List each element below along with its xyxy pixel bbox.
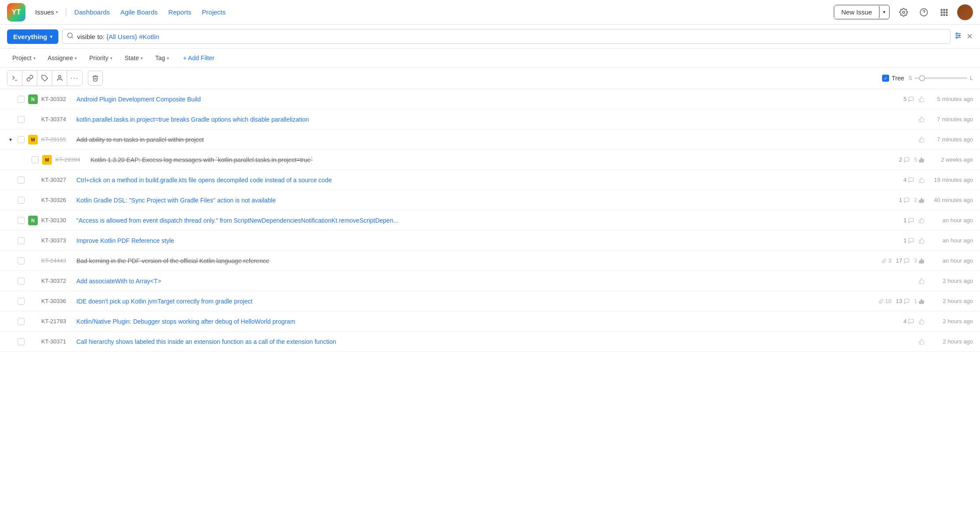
thumbs-up[interactable] bbox=[919, 137, 925, 143]
issue-checkbox[interactable] bbox=[18, 197, 25, 204]
issue-title[interactable]: Add ability to run tasks in parallel wit… bbox=[76, 136, 915, 143]
issue-checkbox[interactable] bbox=[18, 116, 25, 123]
link-tool-button[interactable] bbox=[22, 71, 37, 86]
issue-title[interactable]: Kotlin/Native Plugin: Debugger stops wor… bbox=[76, 318, 900, 325]
command-tool-button[interactable] bbox=[7, 71, 22, 86]
issue-time: 40 minutes ago bbox=[929, 197, 973, 203]
new-issue-button[interactable]: New Issue ▾ bbox=[834, 5, 890, 19]
filter-assignee[interactable]: Assignee ▾ bbox=[43, 52, 83, 64]
table-row[interactable]: KT-30373Improve Kotlin PDF Reference sty… bbox=[0, 231, 980, 251]
issue-title[interactable]: "Access is allowed from event dispatch t… bbox=[76, 217, 900, 224]
nav-item-issues[interactable]: Issues ▾ bbox=[31, 6, 62, 18]
nav-item-dashboards[interactable]: Dashboards bbox=[70, 6, 114, 18]
issue-checkbox[interactable] bbox=[18, 257, 25, 264]
search-clear-icon[interactable]: ✕ bbox=[966, 32, 973, 41]
size-slider: S L bbox=[908, 75, 973, 81]
issue-title[interactable]: Kotlin Gradle DSL: "Sync Project with Gr… bbox=[76, 197, 896, 204]
issue-title[interactable]: Improve Kotlin PDF Reference style bbox=[76, 237, 900, 244]
everything-button[interactable]: Everything ▾ bbox=[7, 29, 58, 44]
collapse-button[interactable] bbox=[7, 257, 14, 264]
table-row[interactable]: NKT-30130"Access is allowed from event d… bbox=[0, 210, 980, 231]
collapse-button[interactable] bbox=[7, 96, 14, 103]
nav-item-agile[interactable]: Agile Boards bbox=[116, 6, 162, 18]
issue-title[interactable]: kotlin.parallel.tasks.in.project=true br… bbox=[76, 116, 915, 123]
issue-title[interactable]: IDE doesn't pick up Kotlin jvmTarget cor… bbox=[76, 298, 875, 305]
app-logo[interactable]: YT bbox=[7, 3, 25, 22]
help-icon[interactable] bbox=[917, 5, 931, 19]
thumbs-up[interactable]: 3 bbox=[914, 257, 925, 264]
issue-title[interactable]: Kotlin 1.3.20 EAP: Excess log messages w… bbox=[90, 156, 896, 163]
thumbs-up[interactable] bbox=[919, 318, 925, 325]
collapse-button[interactable] bbox=[7, 338, 14, 345]
filter-state[interactable]: State ▾ bbox=[119, 52, 148, 64]
issue-checkbox[interactable] bbox=[32, 156, 39, 163]
filter-settings-icon[interactable] bbox=[954, 32, 962, 42]
table-row[interactable]: KT-30327Ctrl+click on a method in build.… bbox=[0, 170, 980, 190]
issue-checkbox[interactable] bbox=[18, 136, 25, 143]
table-row[interactable]: KT-30374kotlin.parallel.tasks.in.project… bbox=[0, 109, 980, 130]
issue-title[interactable]: Bad kerning in the PDF version of the of… bbox=[76, 257, 878, 264]
issue-checkbox[interactable] bbox=[18, 96, 25, 103]
issue-checkbox[interactable] bbox=[18, 177, 25, 184]
new-issue-main-button[interactable]: New Issue bbox=[834, 5, 879, 19]
collapse-button[interactable] bbox=[7, 237, 14, 244]
issue-checkbox[interactable] bbox=[18, 318, 25, 325]
table-row[interactable]: MKT-29394Kotlin 1.3.20 EAP: Excess log m… bbox=[0, 150, 980, 170]
collapse-button[interactable] bbox=[21, 156, 28, 163]
issue-title[interactable]: Android Plugin Development Composite Bui… bbox=[76, 96, 900, 103]
collapse-button[interactable]: ▾ bbox=[7, 136, 14, 143]
issue-checkbox[interactable] bbox=[18, 278, 25, 285]
thumbs-up[interactable]: 2 bbox=[914, 197, 925, 203]
add-filter-button[interactable]: + Add Filter bbox=[178, 52, 220, 64]
collapse-button[interactable] bbox=[7, 197, 14, 204]
grid-icon[interactable] bbox=[937, 5, 951, 19]
size-slider-thumb[interactable] bbox=[919, 75, 925, 81]
thumbs-up[interactable] bbox=[919, 96, 925, 102]
issue-title[interactable]: Call hierarchy shows labeled this inside… bbox=[76, 338, 915, 345]
thumbs-up[interactable] bbox=[919, 217, 925, 224]
issue-title[interactable]: Ctrl+click on a method in build.gradle.k… bbox=[76, 177, 900, 184]
table-row[interactable]: KT-30372Add associateWith to Array<T>2 h… bbox=[0, 271, 980, 291]
nav-item-projects[interactable]: Projects bbox=[198, 6, 230, 18]
nav-item-reports[interactable]: Reports bbox=[164, 6, 196, 18]
tree-toggle-label[interactable]: ✓ Tree bbox=[882, 75, 904, 82]
table-row[interactable]: ▾MKT-28155Add ability to run tasks in pa… bbox=[0, 130, 980, 150]
collapse-button[interactable] bbox=[7, 177, 14, 184]
thumbs-up[interactable]: 5 bbox=[914, 156, 925, 163]
issue-checkbox[interactable] bbox=[18, 298, 25, 305]
new-issue-dropdown-arrow[interactable]: ▾ bbox=[879, 6, 889, 18]
table-row[interactable]: KT-30371Call hierarchy shows labeled thi… bbox=[0, 332, 980, 352]
thumbs-up[interactable] bbox=[919, 339, 925, 345]
thumbs-up[interactable] bbox=[919, 116, 925, 123]
thumbs-up[interactable]: 1 bbox=[914, 298, 925, 304]
settings-icon[interactable] bbox=[897, 5, 911, 19]
user-avatar[interactable] bbox=[957, 4, 973, 20]
filter-priority[interactable]: Priority ▾ bbox=[84, 52, 118, 64]
issue-checkbox[interactable] bbox=[18, 338, 25, 345]
collapse-button[interactable] bbox=[7, 217, 14, 224]
issue-title[interactable]: Add associateWith to Array<T> bbox=[76, 278, 915, 285]
collapse-button[interactable] bbox=[7, 318, 14, 325]
size-slider-track[interactable] bbox=[915, 77, 967, 79]
thumbs-up[interactable] bbox=[919, 278, 925, 284]
collapse-button[interactable] bbox=[7, 116, 14, 123]
table-row[interactable]: KT-24443Bad kerning in the PDF version o… bbox=[0, 251, 980, 271]
thumbs-up[interactable] bbox=[919, 177, 925, 183]
table-row[interactable]: KT-21783Kotlin/Native Plugin: Debugger s… bbox=[0, 311, 980, 332]
tag-tool-button[interactable] bbox=[37, 71, 52, 86]
filter-tag[interactable]: Tag ▾ bbox=[150, 52, 174, 64]
issue-checkbox[interactable] bbox=[18, 237, 25, 244]
delete-tool-button[interactable] bbox=[88, 71, 103, 86]
collapse-button[interactable] bbox=[7, 298, 14, 305]
table-row[interactable]: NKT-30332Android Plugin Development Comp… bbox=[0, 89, 980, 109]
filter-project[interactable]: Project ▾ bbox=[7, 52, 41, 64]
collapse-button[interactable] bbox=[7, 278, 14, 285]
assign-tool-button[interactable] bbox=[52, 71, 67, 86]
search-input-wrap[interactable]: visible to: {All Users} #Kotlin bbox=[62, 29, 951, 44]
issue-checkbox[interactable] bbox=[18, 217, 25, 224]
thumbs-up[interactable] bbox=[919, 238, 925, 244]
table-row[interactable]: KT-30336IDE doesn't pick up Kotlin jvmTa… bbox=[0, 291, 980, 311]
table-row[interactable]: KT-30326Kotlin Gradle DSL: "Sync Project… bbox=[0, 190, 980, 210]
tree-checkbox[interactable]: ✓ bbox=[882, 75, 889, 82]
more-tool-button[interactable]: ··· bbox=[67, 71, 82, 86]
